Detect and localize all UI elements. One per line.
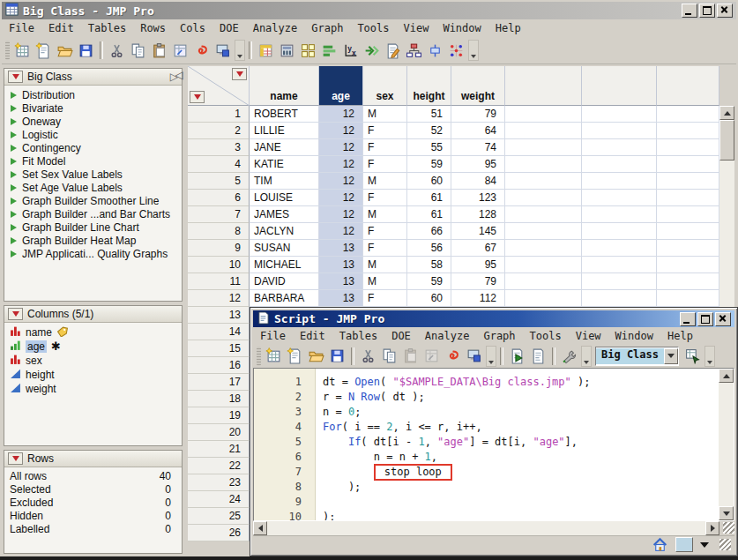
rows-menu-icon[interactable] bbox=[8, 452, 23, 465]
cell-empty[interactable] bbox=[505, 190, 582, 206]
run-script-icon[interactable] bbox=[11, 211, 17, 218]
close-icon[interactable] bbox=[717, 4, 733, 18]
table-script-item[interactable]: Set Sex Value Labels bbox=[4, 168, 182, 181]
cell-sex[interactable]: F bbox=[363, 223, 407, 240]
main-menu-graph[interactable]: Graph bbox=[304, 20, 350, 36]
cell-empty[interactable] bbox=[582, 290, 657, 307]
continuous-modeling-type-icon[interactable] bbox=[10, 382, 21, 396]
column-header-weight[interactable]: weight bbox=[451, 66, 505, 106]
cell-weight[interactable]: 145 bbox=[451, 223, 505, 240]
script-menu-graph[interactable]: Graph bbox=[476, 328, 522, 344]
code-line-3[interactable]: n = 0; bbox=[316, 405, 734, 420]
columns-header-menu-icon[interactable] bbox=[232, 68, 247, 80]
code-line-4[interactable]: For( i == 2, i <= r, i++, bbox=[316, 420, 734, 435]
row-number-cell[interactable]: 19 bbox=[188, 407, 250, 424]
nominal-modeling-type-icon[interactable] bbox=[10, 325, 21, 340]
cell-empty[interactable] bbox=[505, 273, 582, 290]
columns-menu-icon[interactable] bbox=[8, 308, 23, 320]
cell-empty[interactable] bbox=[657, 223, 719, 240]
journal-table-icon[interactable] bbox=[170, 41, 190, 61]
toolbar-overflow-icon[interactable] bbox=[468, 40, 479, 61]
table-script-item[interactable]: Contingency bbox=[4, 141, 182, 154]
cell-weight[interactable]: 64 bbox=[451, 123, 505, 139]
cell-empty[interactable] bbox=[505, 223, 582, 240]
cell-age[interactable]: 12 bbox=[319, 190, 363, 206]
cell-height[interactable]: 61 bbox=[407, 190, 451, 206]
save-session-icon[interactable] bbox=[464, 346, 484, 366]
cell-empty[interactable] bbox=[657, 106, 719, 123]
script-menu-tools[interactable]: Tools bbox=[523, 328, 569, 344]
cell-empty[interactable] bbox=[657, 190, 719, 206]
home-icon[interactable] bbox=[652, 536, 668, 553]
cell-height[interactable]: 52 bbox=[407, 123, 451, 139]
script-close-icon[interactable] bbox=[715, 312, 731, 326]
cell-weight[interactable]: 84 bbox=[451, 173, 505, 190]
column-header-age[interactable]: age bbox=[319, 66, 363, 106]
script-editor[interactable]: 12345678910 dt = Open( "$SAMPLE_DATA\Big… bbox=[253, 368, 734, 521]
cell-empty[interactable] bbox=[582, 223, 657, 240]
column-header-empty[interactable] bbox=[657, 66, 719, 106]
copy-icon[interactable] bbox=[379, 346, 399, 366]
cell-empty[interactable] bbox=[657, 123, 719, 139]
rows-header-menu-icon[interactable] bbox=[190, 91, 205, 103]
cell-age[interactable]: 13 bbox=[319, 240, 363, 257]
window-layout-icon[interactable] bbox=[298, 41, 318, 61]
cell-sex[interactable]: M bbox=[363, 206, 407, 223]
cell-name[interactable]: JAMES bbox=[250, 206, 319, 223]
cell-empty[interactable] bbox=[582, 139, 657, 156]
cell-age[interactable]: 12 bbox=[319, 106, 363, 123]
cell-height[interactable]: 60 bbox=[407, 173, 451, 190]
row-number-cell[interactable]: 20 bbox=[188, 424, 250, 441]
column-item-weight[interactable]: weight bbox=[4, 382, 182, 396]
toolbar-overflow-icon[interactable] bbox=[486, 346, 496, 367]
hierarchy-icon[interactable] bbox=[404, 41, 424, 61]
editor-resize-grip[interactable] bbox=[723, 522, 734, 534]
cell-empty[interactable] bbox=[657, 139, 719, 156]
ordinal-modeling-type-icon[interactable] bbox=[10, 340, 21, 354]
run-script-icon[interactable] bbox=[11, 131, 17, 138]
minimize-icon[interactable] bbox=[682, 4, 697, 18]
cell-height[interactable]: 55 bbox=[407, 139, 451, 156]
script-menu-file[interactable]: File bbox=[253, 328, 293, 344]
cell-age[interactable]: 12 bbox=[319, 139, 363, 156]
toolbar-overflow-icon[interactable] bbox=[581, 346, 592, 367]
save-icon[interactable] bbox=[76, 41, 96, 61]
pattern-swirl-icon[interactable] bbox=[191, 41, 212, 61]
run-script-icon[interactable] bbox=[11, 92, 17, 99]
cell-height[interactable]: 51 bbox=[407, 106, 451, 123]
run-script-icon[interactable] bbox=[11, 224, 17, 231]
save-session-icon[interactable] bbox=[212, 41, 233, 61]
row-number-cell[interactable]: 12 bbox=[188, 290, 250, 307]
cell-name[interactable]: BARBARA bbox=[250, 290, 319, 307]
fit-y-by-x-icon[interactable]: yx bbox=[340, 41, 361, 61]
run-script-icon[interactable] bbox=[11, 184, 17, 191]
script-menu-analyze[interactable]: Analyze bbox=[418, 328, 477, 344]
main-menu-doe[interactable]: DOE bbox=[212, 20, 246, 36]
current-data-table-combo[interactable]: Big Class bbox=[595, 347, 679, 366]
cell-weight[interactable]: 95 bbox=[451, 257, 505, 273]
script-edit-icon[interactable] bbox=[383, 41, 403, 61]
cell-empty[interactable] bbox=[582, 173, 657, 190]
script-menu-view[interactable]: View bbox=[569, 328, 608, 344]
row-number-cell[interactable]: 11 bbox=[188, 273, 250, 290]
script-code[interactable]: dt = Open( "$SAMPLE_DATA\Big class.jmp" … bbox=[316, 369, 734, 520]
cell-sex[interactable]: F bbox=[363, 139, 407, 156]
row-number-cell[interactable]: 8 bbox=[188, 223, 250, 240]
cell-empty[interactable] bbox=[657, 156, 719, 173]
cell-name[interactable]: LILLIE bbox=[250, 123, 319, 139]
row-number-cell[interactable]: 4 bbox=[188, 156, 250, 173]
cell-age[interactable]: 13 bbox=[319, 290, 363, 307]
script-menu-window[interactable]: Window bbox=[608, 328, 660, 344]
script-window-titlebar[interactable]: Script - JMP Pro bbox=[253, 310, 734, 327]
code-line-10[interactable]: ); bbox=[316, 510, 734, 520]
graph-builder-bars-icon[interactable] bbox=[319, 41, 339, 61]
main-menu-cols[interactable]: Cols bbox=[173, 20, 212, 36]
run-script-icon[interactable] bbox=[11, 145, 17, 152]
table-scroll-thumb[interactable] bbox=[719, 120, 734, 161]
row-number-cell[interactable]: 25 bbox=[188, 508, 250, 525]
oneway-plot-icon[interactable] bbox=[425, 41, 445, 61]
row-number-cell[interactable]: 5 bbox=[188, 173, 250, 190]
code-line-9[interactable] bbox=[316, 495, 734, 510]
main-window-titlebar[interactable]: Big Class - JMP Pro bbox=[2, 2, 736, 19]
row-number-cell[interactable]: 10 bbox=[188, 257, 250, 273]
